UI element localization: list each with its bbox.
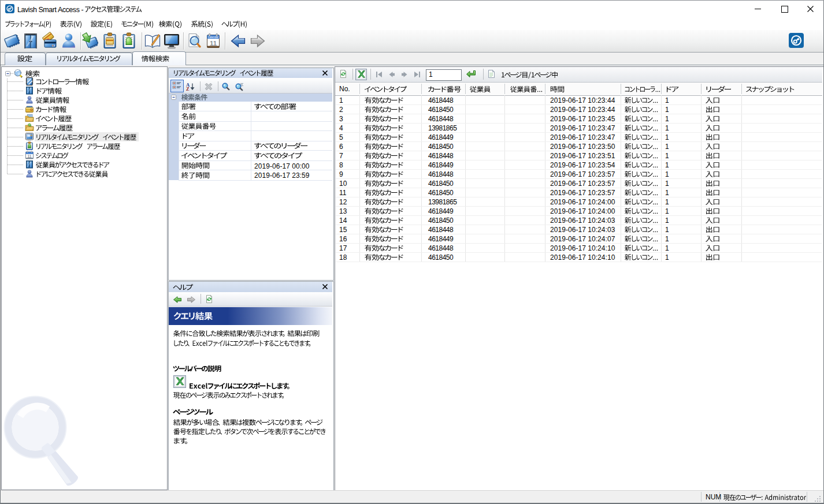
svg-text:Z: Z (186, 86, 190, 92)
svg-text:11: 11 (210, 40, 217, 47)
svg-text:11: 11 (28, 154, 32, 158)
svg-text:Calendar: Calendar (208, 36, 219, 39)
